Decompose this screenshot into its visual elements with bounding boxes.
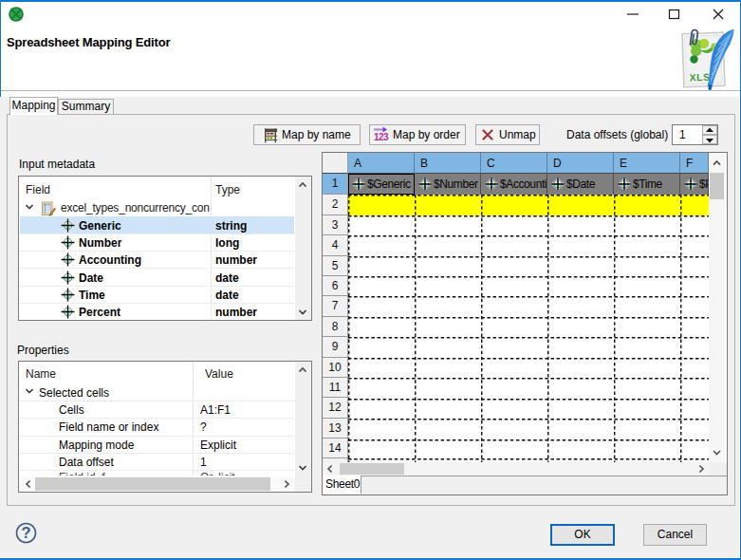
svg-text:?: ? bbox=[21, 524, 30, 541]
svg-text:XLS: XLS bbox=[689, 71, 711, 84]
svg-text:123: 123 bbox=[374, 132, 389, 142]
